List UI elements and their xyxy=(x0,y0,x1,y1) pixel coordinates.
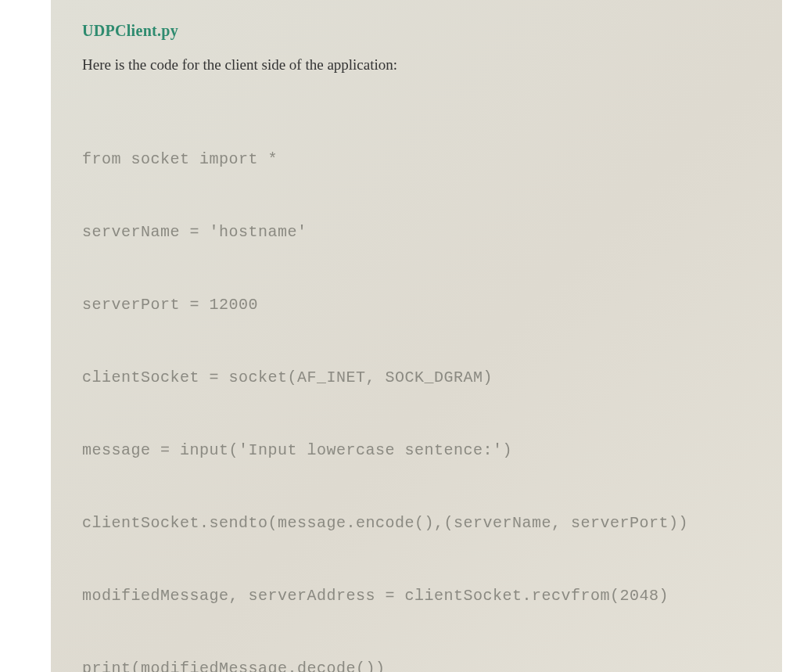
code-line: modifiedMessage, serverAddress = clientS… xyxy=(82,584,757,608)
intro-text-client: Here is the code for the client side of … xyxy=(82,54,757,77)
code-line: serverName = 'hostname' xyxy=(82,220,757,244)
code-line: clientSocket = socket(AF_INET, SOCK_DGRA… xyxy=(82,365,757,390)
code-line: print(modifiedMessage.decode()) xyxy=(82,656,757,673)
code-block-client: from socket import * serverName = 'hostn… xyxy=(82,99,757,673)
code-line: clientSocket.sendto(message.encode(),(se… xyxy=(82,511,757,535)
code-line: serverPort = 12000 xyxy=(82,293,757,317)
udp-client-section: UDPClient.py Here is the code for the cl… xyxy=(51,0,782,672)
code-line: message = input('Input lowercase sentenc… xyxy=(82,438,757,462)
code-line: from socket import * xyxy=(82,147,757,171)
section-title-client: UDPClient.py xyxy=(82,22,757,40)
